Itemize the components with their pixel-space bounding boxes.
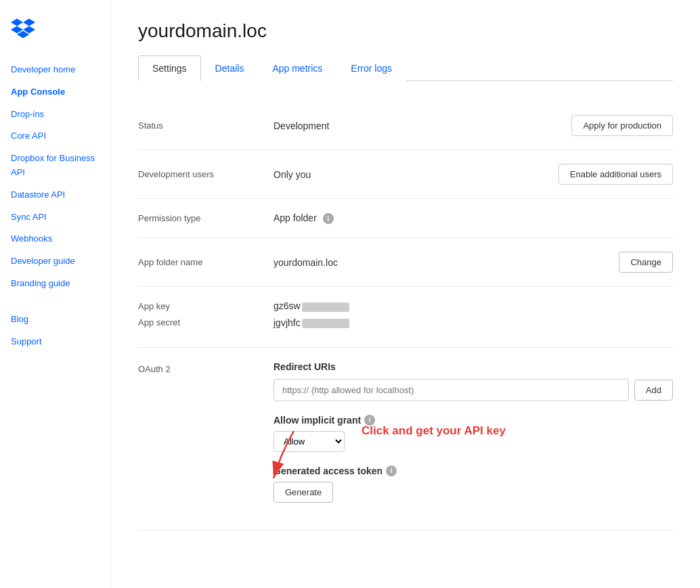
development-users-row: Development users Only you Enable additi… xyxy=(138,150,673,199)
app-key-value: gz6sw xyxy=(274,300,349,311)
generate-access-token-button[interactable]: Generate xyxy=(274,482,333,503)
app-key-blurred xyxy=(302,302,349,312)
app-folder-name-label: App folder name xyxy=(138,257,274,267)
status-row: Status Development Apply for production xyxy=(138,101,673,150)
app-key-secret-section: App key gz6sw App secret jgvjhfc xyxy=(138,287,673,348)
api-key-annotation-text: Click and get your API key xyxy=(362,424,506,438)
sidebar-item-drop-ins[interactable]: Drop-ins xyxy=(0,104,110,126)
oauth2-section: OAuth 2 Redirect URIs Add Allow implicit… xyxy=(138,348,673,530)
tab-error-logs[interactable]: Error logs xyxy=(336,55,406,81)
generate-button-wrap: Generate xyxy=(274,482,333,503)
page-title: yourdomain.loc xyxy=(138,20,673,42)
permission-type-value: App folder i xyxy=(274,212,673,224)
dropbox-logo-icon xyxy=(11,16,35,41)
sidebar-item-developer-home[interactable]: Developer home xyxy=(0,59,110,81)
sidebar: Developer home App Console Drop-ins Core… xyxy=(0,0,111,588)
change-folder-name-button[interactable]: Change xyxy=(619,252,673,273)
sidebar-item-support[interactable]: Support xyxy=(0,331,110,353)
oauth2-row: OAuth 2 Redirect URIs Add Allow implicit… xyxy=(138,361,673,516)
app-folder-name-action: Change xyxy=(619,252,673,273)
sidebar-item-core-api[interactable]: Core API xyxy=(0,125,110,148)
implicit-grant-select-wrap: Allow Disallow Click and get your API ke… xyxy=(274,431,345,452)
tab-settings[interactable]: Settings xyxy=(138,55,201,81)
tab-app-metrics[interactable]: App metrics xyxy=(258,55,336,81)
permission-type-row: Permission type App folder i xyxy=(138,199,673,238)
development-users-action: Enable additional users xyxy=(559,164,673,185)
main-content: yourdomain.loc Settings Details App metr… xyxy=(111,0,700,588)
app-secret-value: jgvjhfc xyxy=(274,317,349,328)
access-token-title: Generated access token i xyxy=(274,466,673,476)
oauth2-content: Redirect URIs Add Allow implicit grant i xyxy=(274,361,673,516)
sidebar-item-sync-api[interactable]: Sync API xyxy=(0,206,110,229)
sidebar-item-branding-guide[interactable]: Branding guide xyxy=(0,273,110,295)
sidebar-item-blog[interactable]: Blog xyxy=(0,309,110,331)
add-redirect-uri-button[interactable]: Add xyxy=(634,380,673,401)
redirect-uri-row: Add xyxy=(274,379,673,401)
tabs-bar: Settings Details App metrics Error logs xyxy=(138,55,673,81)
svg-marker-1 xyxy=(23,19,35,26)
app-folder-name-value: yourdomain.loc xyxy=(274,257,619,268)
enable-additional-users-button[interactable]: Enable additional users xyxy=(559,164,673,185)
permission-type-info-icon[interactable]: i xyxy=(323,213,334,224)
sidebar-logo xyxy=(0,11,110,59)
status-value: Development xyxy=(274,120,571,131)
implicit-grant-subsection: Allow implicit grant i Allow Disallow Cl… xyxy=(274,415,673,452)
sidebar-item-webhooks[interactable]: Webhooks xyxy=(0,228,110,250)
redirect-uris-subsection: Redirect URIs Add xyxy=(274,361,673,401)
status-action: Apply for production xyxy=(571,115,673,136)
app-folder-name-row: App folder name yourdomain.loc Change xyxy=(138,238,673,287)
implicit-grant-select[interactable]: Allow Disallow xyxy=(274,431,345,452)
app-secret-blurred xyxy=(302,319,349,328)
redirect-uris-title: Redirect URIs xyxy=(274,361,673,372)
app-key-label: App key xyxy=(138,301,274,311)
access-token-subsection: Generated access token i Generate xyxy=(274,466,673,503)
app-secret-row: App secret jgvjhfc xyxy=(138,317,673,328)
sidebar-item-app-console[interactable]: App Console xyxy=(0,81,110,104)
permission-type-label: Permission type xyxy=(138,213,274,223)
oauth2-label: OAuth 2 xyxy=(138,361,274,374)
apply-for-production-button[interactable]: Apply for production xyxy=(571,115,673,136)
access-token-info-icon[interactable]: i xyxy=(386,466,397,476)
app-secret-label: App secret xyxy=(138,317,274,327)
development-users-label: Development users xyxy=(138,169,274,179)
svg-marker-0 xyxy=(11,19,23,26)
app-key-row: App key gz6sw xyxy=(138,300,673,311)
status-label: Status xyxy=(138,120,274,131)
sidebar-navigation: Developer home App Console Drop-ins Core… xyxy=(0,59,110,353)
sidebar-item-dropbox-business-api[interactable]: Dropbox for Business API xyxy=(0,148,110,184)
sidebar-item-developer-guide[interactable]: Developer guide xyxy=(0,250,110,273)
development-users-value: Only you xyxy=(274,169,559,180)
redirect-uri-input[interactable] xyxy=(274,379,629,401)
tab-details[interactable]: Details xyxy=(201,55,259,81)
sidebar-item-datastore-api[interactable]: Datastore API xyxy=(0,184,110,206)
